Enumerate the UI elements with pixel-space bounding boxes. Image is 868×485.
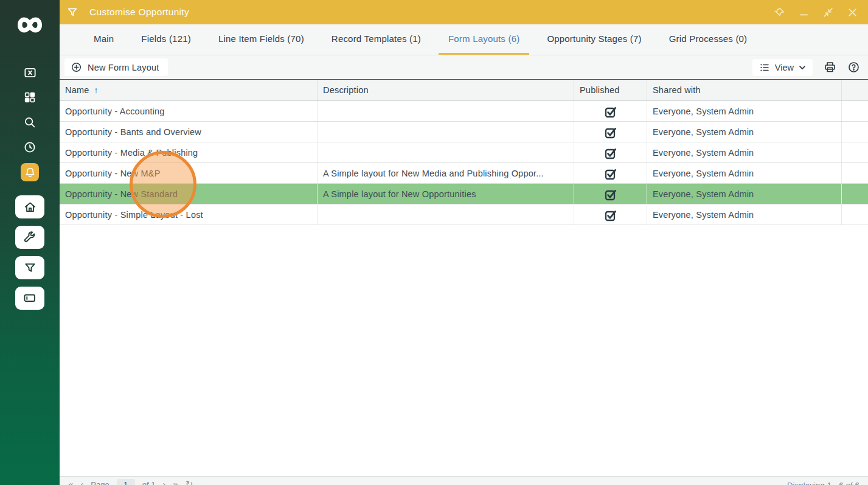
row-description <box>318 204 574 225</box>
help-icon[interactable] <box>847 61 860 74</box>
close-box-icon[interactable] <box>21 63 39 82</box>
table-body: Opportunity - Accounting Everyone, Syste… <box>60 101 868 476</box>
row-published <box>574 142 647 162</box>
next-page-icon[interactable]: › <box>162 479 165 485</box>
print-icon[interactable] <box>824 61 836 74</box>
restore-icon[interactable] <box>822 7 834 18</box>
column-header-published[interactable]: Published <box>574 80 647 100</box>
row-end-spacer <box>842 142 868 162</box>
bell-icon[interactable] <box>21 163 39 181</box>
brand-logo <box>12 12 47 40</box>
row-published <box>574 184 647 204</box>
row-shared-with: Everyone, System Admin <box>647 101 842 121</box>
column-header-shared-with[interactable]: Shared with <box>647 80 842 100</box>
toolbar-right: View <box>752 59 860 76</box>
tab-bar: MainFields (121)Line Item Fields (70)Rec… <box>60 24 868 55</box>
close-icon[interactable] <box>847 7 858 18</box>
refresh-icon[interactable]: ↻ <box>186 479 193 485</box>
tab-main[interactable]: Main <box>84 24 123 55</box>
app-window: Customise Opportunity <box>0 0 868 485</box>
pager: « ‹ Page 1 of 1 › » ↻ <box>68 479 193 485</box>
row-description <box>318 122 574 142</box>
funnel-icon[interactable] <box>15 256 44 279</box>
row-name: Opportunity - Accounting <box>60 101 318 121</box>
column-label: Description <box>323 85 369 95</box>
row-end-spacer <box>842 163 868 183</box>
toolbar: New Form Layout View <box>60 55 868 80</box>
window-controls <box>774 7 858 18</box>
row-name: Opportunity - Simple Layout - Lost <box>60 204 318 225</box>
titlebar: Customise Opportunity <box>60 0 868 24</box>
row-shared-with: Everyone, System Admin <box>647 184 842 204</box>
first-page-icon[interactable]: « <box>68 479 73 485</box>
table-row[interactable]: Opportunity - Media & Publishing Everyon… <box>60 142 868 163</box>
tab-line-item-fields-70[interactable]: Line Item Fields (70) <box>209 24 314 55</box>
tab-form-layouts-6[interactable]: Form Layouts (6) <box>439 24 529 55</box>
table-row[interactable]: Opportunity - Accounting Everyone, Syste… <box>60 101 868 122</box>
column-header-spacer <box>842 80 868 100</box>
row-name: Opportunity - Bants and Overview <box>60 122 318 142</box>
view-label: View <box>775 63 794 72</box>
page-title: Customise Opportunity <box>89 7 189 18</box>
main-content: Customise Opportunity <box>60 0 868 485</box>
search-icon[interactable] <box>21 113 39 131</box>
tab-opportunity-stages-7[interactable]: Opportunity Stages (7) <box>537 24 651 55</box>
row-name: Opportunity - New M&P <box>60 163 318 183</box>
table-row[interactable]: Opportunity - Bants and Overview Everyon… <box>60 122 868 142</box>
row-shared-with: Everyone, System Admin <box>647 204 842 225</box>
view-button[interactable]: View <box>752 59 813 76</box>
column-header-name[interactable]: Name ↑ <box>60 80 318 100</box>
page-number-input[interactable]: 1 <box>117 479 135 485</box>
row-description <box>318 142 574 162</box>
row-published <box>574 101 647 121</box>
column-label: Name <box>65 85 89 95</box>
prev-page-icon[interactable]: ‹ <box>80 479 83 485</box>
page-of-label: of 1 <box>142 480 156 485</box>
row-published <box>574 163 647 183</box>
row-name: Opportunity - Media & Publishing <box>60 142 318 162</box>
new-form-layout-button[interactable]: New Form Layout <box>64 58 168 76</box>
sidebar-utility-icons <box>21 63 39 181</box>
plus-circle-icon <box>71 61 82 73</box>
home-icon[interactable] <box>15 195 44 218</box>
column-label: Published <box>580 85 620 95</box>
clock-icon[interactable] <box>21 138 39 156</box>
row-description: A Simple layout for New Opportunities <box>318 184 574 204</box>
table-row[interactable]: Opportunity - New Standard A Simple layo… <box>60 184 868 204</box>
wrench-icon[interactable] <box>15 226 44 249</box>
checkbox-checked-icon[interactable] <box>605 189 617 201</box>
table-row[interactable]: Opportunity - New M&P A Simple layout fo… <box>60 163 868 184</box>
pin-icon[interactable] <box>774 7 785 18</box>
row-name: Opportunity - New Standard <box>60 184 318 204</box>
tab-grid-processes-0[interactable]: Grid Processes (0) <box>659 24 757 55</box>
row-shared-with: Everyone, System Admin <box>647 122 842 142</box>
checkbox-checked-icon[interactable] <box>605 209 617 222</box>
checkbox-checked-icon[interactable] <box>605 106 617 118</box>
row-description: A Simple layout for New Media and Publis… <box>318 163 574 183</box>
checkbox-checked-icon[interactable] <box>605 168 617 180</box>
row-end-spacer <box>842 122 868 142</box>
row-end-spacer <box>842 204 868 225</box>
row-description <box>318 101 574 121</box>
row-shared-with: Everyone, System Admin <box>647 163 842 183</box>
page-label: Page <box>91 480 109 485</box>
last-page-icon[interactable]: » <box>173 479 178 485</box>
apps-grid-icon[interactable] <box>21 88 39 106</box>
new-form-layout-label: New Form Layout <box>88 63 159 72</box>
tab-record-templates-1[interactable]: Record Templates (1) <box>322 24 431 55</box>
column-label: Shared with <box>653 85 701 95</box>
column-header-description[interactable]: Description <box>318 80 574 100</box>
pagination-bar: « ‹ Page 1 of 1 › » ↻ Displaying 1 - 6 o… <box>60 476 868 485</box>
checkbox-checked-icon[interactable] <box>605 127 617 139</box>
minimize-icon[interactable] <box>798 7 810 18</box>
table-header: Name ↑ Description Published Shared with <box>60 80 868 101</box>
checkbox-checked-icon[interactable] <box>605 147 617 159</box>
displaying-count: Displaying 1 - 6 of 6 <box>787 481 859 485</box>
row-published <box>574 204 647 225</box>
row-end-spacer <box>842 101 868 121</box>
row-end-spacer <box>842 184 868 204</box>
tab-fields-121[interactable]: Fields (121) <box>131 24 201 55</box>
panel-icon[interactable] <box>15 287 44 310</box>
table-row[interactable]: Opportunity - Simple Layout - Lost Every… <box>60 204 868 225</box>
row-published <box>574 122 647 142</box>
